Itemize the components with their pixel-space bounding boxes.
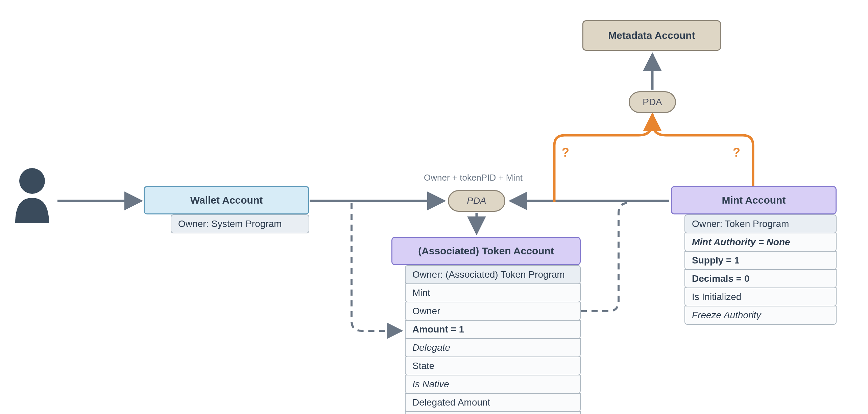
pda-top-label: PDA xyxy=(643,97,662,108)
mint-row-initialized: Is Initialized xyxy=(684,288,837,306)
mint-row-authority: Mint Authority = None xyxy=(684,233,837,252)
token-props: Owner: (Associated) Token Program Mint O… xyxy=(391,265,581,414)
token-account-node: (Associated) Token Account xyxy=(391,237,581,265)
mint-row-supply: Supply = 1 xyxy=(684,251,837,270)
wallet-account-label: Wallet Account xyxy=(190,194,263,206)
mint-owner-row: Owner: Token Program xyxy=(684,214,837,233)
question-right: ? xyxy=(733,145,740,160)
token-row-delegated-amount: Delegated Amount xyxy=(405,393,581,412)
token-row-delegate: Delegate xyxy=(405,338,581,357)
svg-point-5 xyxy=(19,168,45,194)
token-row-mint: Mint xyxy=(405,283,581,302)
user-icon xyxy=(12,166,52,220)
token-row-owner: Owner xyxy=(405,302,581,321)
pda-mid-label: PDA xyxy=(467,196,486,206)
metadata-account-node: Metadata Account xyxy=(582,20,721,51)
token-row-isnative: Is Native xyxy=(405,375,581,394)
pda-hint: Owner + tokenPID + Mint xyxy=(424,172,523,183)
token-account-label: (Associated) Token Account xyxy=(418,245,554,257)
mint-row-decimals: Decimals = 0 xyxy=(684,269,837,288)
mint-row-freeze: Freeze Authority xyxy=(684,306,837,325)
mint-props: Owner: Token Program Mint Authority = No… xyxy=(671,214,837,325)
metadata-account-label: Metadata Account xyxy=(608,30,695,41)
token-owner-row: Owner: (Associated) Token Program xyxy=(405,265,581,284)
token-row-close-authority: Close Authority xyxy=(405,411,581,414)
pda-top-pill: PDA xyxy=(629,91,676,113)
wallet-props: Owner: System Program xyxy=(157,214,309,233)
mint-account-label: Mint Account xyxy=(722,194,786,206)
question-left: ? xyxy=(562,145,569,160)
token-row-amount: Amount = 1 xyxy=(405,320,581,339)
diagram-canvas: Metadata Account PDA ? ? Wallet Account … xyxy=(0,0,868,414)
pda-mid-pill: PDA xyxy=(448,190,505,212)
mint-account-node: Mint Account xyxy=(671,186,837,214)
wallet-owner-row: Owner: System Program xyxy=(171,214,309,233)
token-row-state: State xyxy=(405,356,581,375)
wallet-account-node: Wallet Account xyxy=(144,186,309,214)
